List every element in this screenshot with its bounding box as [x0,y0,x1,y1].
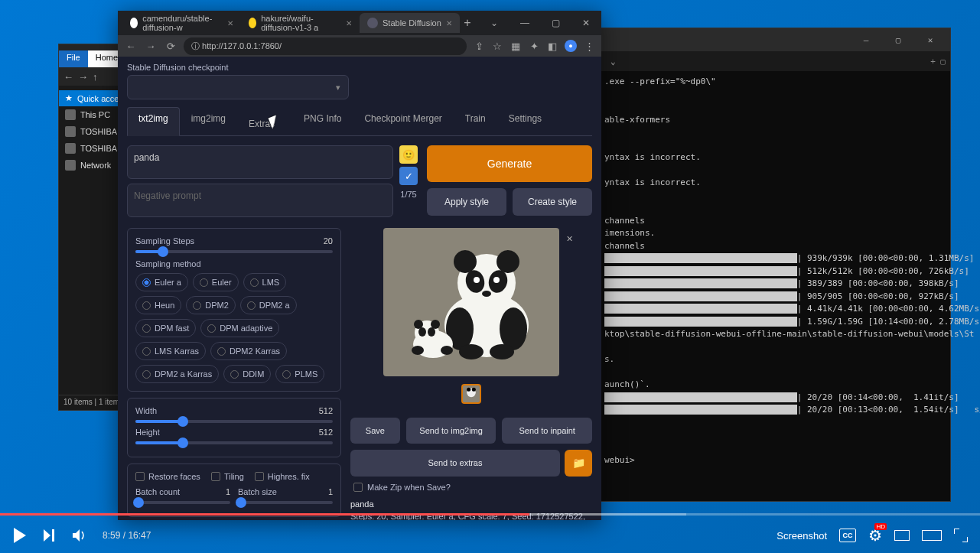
maximize-button[interactable]: ▢ [540,18,571,28]
highres-checkbox[interactable]: Highres. fix [255,472,310,481]
generate-button[interactable]: Generate [427,145,592,182]
terminal-tab[interactable]: ⌄ [604,54,622,70]
height-slider[interactable] [135,441,333,444]
sampler-lmsk[interactable]: LMS Karras [135,342,206,360]
url-input[interactable]: ⓘ http://127.0.0.1:7860/ [184,37,467,55]
sampler-dpm2[interactable]: DPM2 [186,296,236,314]
send-extras-button[interactable]: Send to extras [350,450,560,476]
next-button[interactable] [43,529,57,542]
size-panel: Width512 Height512 [127,398,341,457]
nav-back-icon[interactable]: ← [63,71,73,83]
cc-button[interactable]: CC [839,529,856,542]
style-check-button[interactable]: ✓ [399,167,418,185]
close-button[interactable]: ✕ [571,18,601,28]
reload-button[interactable]: ⟳ [164,41,177,52]
sampler-dpm2k[interactable]: DPM2 Karras [210,342,287,360]
tab-txt2img[interactable]: txt2img [127,107,180,136]
miniplayer-button[interactable] [894,530,910,541]
mouse-cursor-icon [270,116,281,130]
share-icon[interactable]: ⇪ [473,40,485,52]
browser-window: camenduru/stable-diffusion-w✕ hakurei/wa… [118,11,601,520]
terminal-max-button[interactable]: ▢ [886,35,910,45]
browser-tab-2[interactable]: hakurei/waifu-diffusion-v1-3 a✕ [241,9,360,37]
terminal-output[interactable]: .exe --prefix="%~dp0\" able-xformers ynt… [600,71,950,472]
close-icon[interactable]: ✕ [566,234,573,244]
chevron-down-icon[interactable]: ⌄ [479,18,510,28]
batch-count-slider[interactable] [135,501,230,504]
terminal-window: — ▢ ✕ ⌄ + ▢ .exe --prefix="%~dp0\" able-… [599,28,951,502]
save-button[interactable]: Save [350,418,400,444]
hf-icon [249,18,256,28]
profile-icon[interactable]: ● [565,40,577,52]
tab-settings[interactable]: Settings [497,107,553,135]
apply-style-button[interactable]: Apply style [427,188,506,216]
checkpoint-dropdown[interactable]: ▾ [127,75,349,99]
batch-size-slider[interactable] [238,501,333,504]
batch-size-label: Batch size [238,487,277,496]
width-slider[interactable] [135,420,333,423]
terminal-min-button[interactable]: — [854,35,878,45]
sampler-euler[interactable]: Euler [193,273,239,291]
star-icon[interactable]: ☆ [491,40,503,52]
browser-tabstrip: camenduru/stable-diffusion-w✕ hakurei/wa… [118,11,601,35]
ribbon-tab-file[interactable]: File [59,50,88,67]
new-tab-button[interactable]: + [460,16,475,30]
tab-train[interactable]: Train [454,107,497,135]
style-emoji-button[interactable]: 🙂 [399,145,418,164]
send-img2img-button[interactable]: Send to img2img [406,418,497,444]
app-icon[interactable]: ▦ [510,40,522,52]
close-tab-icon[interactable]: ✕ [346,19,352,28]
sampler-plms[interactable]: PLMS [275,365,324,383]
sampler-dpm2ak[interactable]: DPM2 a Karras [135,365,219,383]
tab-merger[interactable]: Checkpoint Merger [353,107,453,135]
terminal-close-button[interactable]: ✕ [918,35,943,45]
nav-up-icon[interactable]: ↑ [93,71,98,83]
output-canvas[interactable]: ✕ [383,228,559,376]
svg-rect-24 [52,529,54,542]
pc-icon [65,109,76,120]
terminal-new-tab[interactable]: + ▢ [930,57,946,67]
thumb-selected[interactable] [461,384,481,404]
create-style-button[interactable]: Create style [513,188,592,216]
svg-point-20 [441,346,453,355]
svg-point-8 [482,291,491,297]
folder-button[interactable]: 📁 [565,450,592,476]
settings-button[interactable]: ⚙HD [868,526,882,545]
send-inpaint-button[interactable]: Send to inpaint [502,418,592,444]
tab-img2img[interactable]: img2img [180,107,237,135]
sampler-ddim[interactable]: DDIM [223,365,271,383]
fullscreen-button[interactable] [954,529,968,542]
sampler-eulera[interactable]: Euler a [135,273,188,291]
nav-fwd-icon[interactable]: → [78,71,88,83]
theater-button[interactable] [922,530,942,541]
negative-prompt-input[interactable]: Negative prompt [127,184,393,217]
screenshot-label[interactable]: Screenshot [777,530,827,542]
restore-faces-checkbox[interactable]: Restore faces [135,472,200,481]
back-button[interactable]: ← [124,41,138,52]
browser-tab-1[interactable]: camenduru/stable-diffusion-w✕ [122,9,241,37]
steps-slider[interactable] [135,250,333,253]
sampler-dpm2a[interactable]: DPM2 a [240,296,297,314]
volume-button[interactable] [72,529,87,542]
sampler-dpmfast[interactable]: DPM fast [135,319,196,337]
tiling-checkbox[interactable]: Tiling [211,472,244,481]
sampler-heun[interactable]: Heun [135,296,181,314]
video-progress[interactable] [0,513,980,516]
prompt-input[interactable]: panda [127,145,393,179]
play-button[interactable] [12,527,28,544]
close-tab-icon[interactable]: ✕ [446,19,452,28]
sampler-dpmad[interactable]: DPM adaptive [200,319,279,337]
sampler-lms[interactable]: LMS [243,273,287,291]
zip-checkbox[interactable] [353,483,363,492]
options-panel: Restore faces Tiling Highres. fix Batch … [127,464,341,517]
browser-tab-3[interactable]: Stable Diffusion✕ [360,13,460,33]
github-icon [130,18,138,28]
menu-icon[interactable]: ⋮ [583,40,595,52]
ext-icon[interactable]: ◧ [546,40,558,52]
close-tab-icon[interactable]: ✕ [227,19,233,28]
minimize-button[interactable]: — [510,18,540,28]
extensions-icon[interactable]: ✦ [528,40,540,52]
forward-button[interactable]: → [144,41,158,52]
tab-pnginfo[interactable]: PNG Info [292,107,353,135]
tab-extras[interactable]: Extras [237,107,292,135]
